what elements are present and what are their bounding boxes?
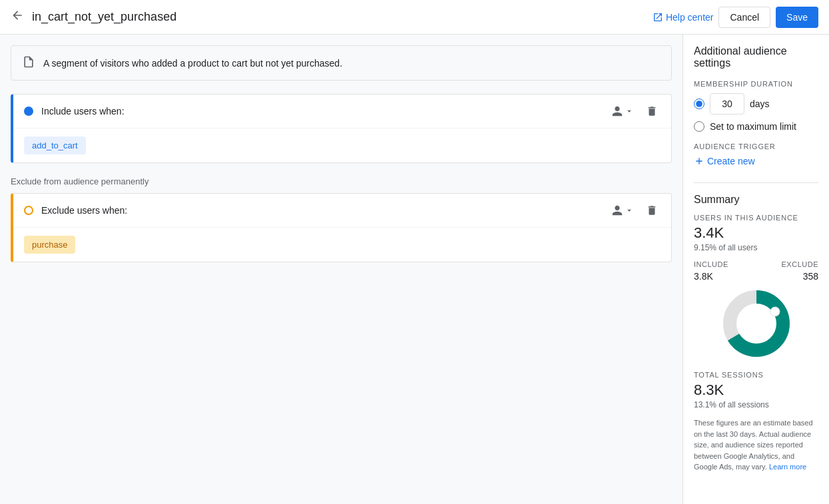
include-exclude-values: 3.8K 358 [694, 271, 818, 282]
exclude-condition-actions [607, 202, 661, 219]
include-col-label: INCLUDE [694, 260, 728, 268]
svg-point-2 [770, 307, 780, 316]
create-new-trigger-button[interactable]: Create new [694, 156, 755, 166]
exclude-user-scope-button[interactable] [607, 202, 638, 219]
audience-settings-section: Additional audience settings MEMBERSHIP … [694, 45, 818, 166]
include-condition-label: Include users when: [41, 106, 607, 117]
exclude-col-label: EXCLUDE [782, 260, 818, 268]
include-delete-button[interactable] [643, 103, 661, 120]
total-sessions-value: 8.3K [694, 381, 818, 399]
users-label: USERS IN THIS AUDIENCE [694, 214, 818, 222]
panel-divider [694, 182, 818, 183]
max-limit-label: Set to maximum limit [710, 121, 796, 132]
days-radio[interactable] [694, 99, 704, 109]
summary-title: Summary [694, 194, 818, 206]
users-value: 3.4K [694, 224, 818, 242]
summary-section: Summary USERS IN THIS AUDIENCE 3.4K 9.15… [694, 194, 818, 473]
membership-duration-label: MEMBERSHIP DURATION [694, 80, 818, 88]
include-dot-icon [24, 107, 33, 116]
info-bar: A segment of visitors who added a produc… [11, 45, 672, 81]
document-icon [22, 55, 35, 71]
donut-chart [694, 287, 818, 360]
exclude-event-badge[interactable]: purchase [24, 236, 75, 254]
exclude-condition-header: Exclude users when: [13, 194, 671, 228]
app-header: in_cart_not_yet_purchased Help center Ca… [0, 0, 829, 35]
include-condition-row: add_to_cart [13, 128, 671, 162]
main-layout: A segment of visitors who added a produc… [0, 35, 829, 504]
audience-trigger-section: AUDIENCE TRIGGER Create new [694, 142, 818, 166]
audience-trigger-label: AUDIENCE TRIGGER [694, 142, 818, 150]
membership-duration-options: 30 days Set to maximum limit [694, 93, 818, 132]
exclude-value: 358 [803, 271, 818, 282]
help-link[interactable]: Help center [653, 12, 714, 23]
learn-more-link[interactable]: Learn more [769, 463, 806, 471]
include-value: 3.8K [694, 271, 713, 282]
exclude-condition-label: Exclude users when: [41, 205, 607, 216]
save-button[interactable]: Save [776, 7, 818, 28]
cancel-button[interactable]: Cancel [718, 7, 770, 28]
exclude-section: Exclude from audience permanently Exclud… [11, 176, 672, 262]
audience-settings-title: Additional audience settings [694, 45, 818, 69]
days-input[interactable]: 30 [710, 93, 744, 115]
days-option-row: 30 days [694, 93, 818, 115]
include-user-scope-button[interactable] [607, 103, 638, 120]
exclude-from-label: Exclude from audience permanently [11, 176, 672, 186]
info-bar-text: A segment of visitors who added a produc… [43, 58, 342, 69]
include-condition-card: Include users when: add_to_cart [11, 94, 672, 163]
page-title: in_cart_not_yet_purchased [32, 10, 653, 24]
total-sessions-pct: 13.1% of all sessions [694, 400, 818, 409]
left-panel: A segment of visitors who added a produc… [0, 35, 683, 504]
users-pct: 9.15% of all users [694, 243, 818, 252]
include-exclude-header: INCLUDE EXCLUDE [694, 260, 818, 268]
summary-disclaimer: These figures are an estimate based on t… [694, 417, 818, 473]
total-sessions-label: TOTAL SESSIONS [694, 371, 818, 379]
exclude-condition-row: purchase [13, 228, 671, 262]
max-limit-radio[interactable] [694, 121, 704, 132]
include-condition-actions [607, 103, 661, 120]
include-event-badge[interactable]: add_to_cart [24, 136, 86, 154]
back-button[interactable] [11, 9, 24, 25]
exclude-condition-card: Exclude users when: purchase [11, 193, 672, 262]
include-condition-header: Include users when: [13, 95, 671, 128]
exclude-dot-icon [24, 206, 33, 215]
include-section: Include users when: add_to_cart [11, 94, 672, 163]
days-unit-label: days [750, 99, 770, 109]
right-panel: Additional audience settings MEMBERSHIP … [683, 35, 829, 504]
max-limit-option-row: Set to maximum limit [694, 121, 818, 132]
exclude-delete-button[interactable] [643, 202, 661, 219]
header-actions: Help center Cancel Save [653, 7, 818, 28]
